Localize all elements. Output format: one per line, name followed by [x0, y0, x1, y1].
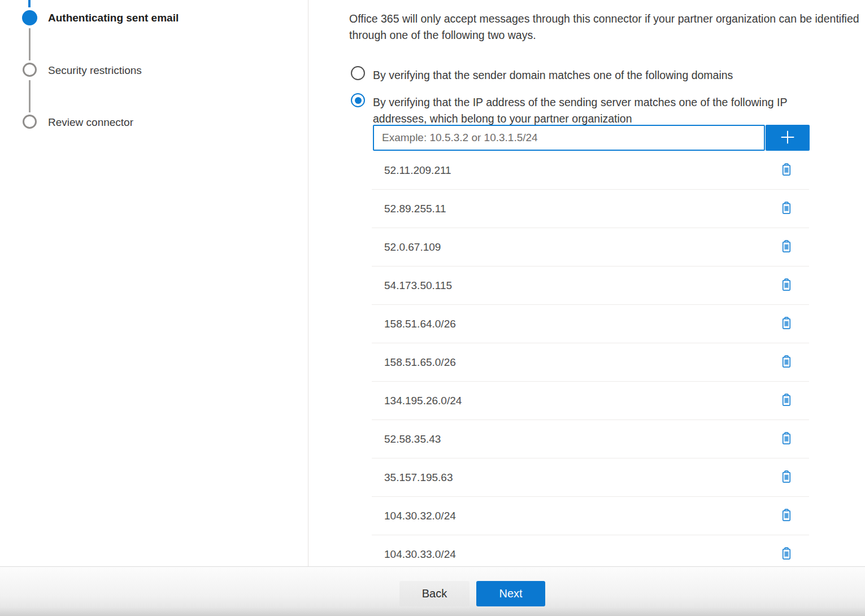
ip-address-text: 52.89.255.11 — [384, 203, 446, 215]
delete-ip-button[interactable] — [777, 237, 796, 257]
ip-address-text: 158.51.65.0/26 — [384, 356, 456, 369]
radio-option-ip-address-label[interactable]: By verifying that the IP address of the … — [373, 93, 839, 126]
step-label-review-connector: Review connector — [48, 116, 133, 129]
ip-address-text: 104.30.32.0/24 — [384, 510, 456, 522]
ip-address-text: 35.157.195.63 — [384, 471, 453, 484]
delete-ip-button[interactable] — [777, 199, 796, 219]
delete-ip-button[interactable] — [777, 429, 796, 449]
trash-icon — [780, 393, 793, 408]
radio-selected-icon[interactable] — [351, 93, 365, 107]
ip-address-text: 104.30.33.0/24 — [384, 548, 456, 561]
trash-icon — [780, 163, 793, 178]
ip-address-row: 52.11.209.211 — [372, 151, 809, 190]
intro-text: Office 365 will only accept messages thr… — [349, 11, 862, 43]
delete-ip-button[interactable] — [777, 276, 796, 296]
delete-ip-button[interactable] — [777, 314, 796, 334]
delete-ip-button[interactable] — [777, 468, 796, 488]
next-button[interactable]: Next — [476, 581, 545, 606]
ip-address-row: 158.51.64.0/26 — [372, 305, 809, 343]
trash-icon — [780, 239, 793, 255]
ip-address-text: 52.0.67.109 — [384, 241, 441, 254]
ip-address-row: 104.30.33.0/24 — [372, 535, 809, 567]
delete-ip-button[interactable] — [777, 160, 796, 181]
radio-option-sender-domain[interactable]: By verifying that the sender domain matc… — [349, 66, 733, 84]
trash-icon — [780, 355, 793, 370]
trash-icon — [780, 508, 793, 523]
ip-address-row: 52.58.35.43 — [372, 420, 809, 458]
ip-address-row: 52.89.255.11 — [372, 190, 809, 228]
trash-icon — [780, 316, 793, 331]
ip-address-row: 54.173.50.115 — [372, 267, 809, 305]
radio-dot — [355, 97, 362, 104]
trash-icon — [780, 547, 793, 562]
ip-address-row: 134.195.26.0/24 — [372, 382, 809, 420]
step-label-authenticating-sent-email: Authenticating sent email — [48, 12, 179, 24]
ip-address-text: 158.51.64.0/26 — [384, 318, 456, 330]
trash-icon — [780, 431, 793, 447]
back-button[interactable]: Back — [399, 581, 470, 606]
ip-address-row: 52.0.67.109 — [372, 228, 809, 267]
ip-address-text: 52.58.35.43 — [384, 433, 441, 445]
radio-option-ip-address[interactable]: By verifying that the IP address of the … — [349, 93, 839, 126]
radio-option-sender-domain-label[interactable]: By verifying that the sender domain matc… — [373, 66, 733, 84]
step-indicator-authenticating-sent-email — [22, 10, 37, 25]
add-ip-button[interactable] — [766, 125, 810, 151]
step-indicator-review-connector — [23, 115, 37, 129]
delete-ip-button[interactable] — [777, 544, 796, 565]
step-connector-line-top — [28, 0, 31, 7]
step-connector-line — [29, 80, 31, 112]
step-indicator-security-restrictions — [23, 63, 37, 77]
trash-icon — [780, 470, 793, 485]
ip-address-text: 52.11.209.211 — [384, 164, 451, 177]
radio-unselected-icon[interactable] — [351, 66, 365, 80]
ip-address-text: 54.173.50.115 — [384, 279, 452, 292]
authenticating-sent-email-step-content: Office 365 will only accept messages thr… — [349, 0, 865, 567]
ip-address-row: 104.30.32.0/24 — [372, 497, 809, 535]
delete-ip-button[interactable] — [777, 506, 796, 526]
delete-ip-button[interactable] — [777, 352, 796, 373]
trash-icon — [780, 201, 793, 216]
wizard-steps-panel: Authenticating sent email Security restr… — [0, 0, 308, 567]
ip-address-row: 35.157.195.63 — [372, 458, 809, 497]
delete-ip-button[interactable] — [777, 391, 796, 411]
ip-address-list: 52.11.209.211 52.89.255.11 — [372, 151, 809, 567]
plus-icon — [778, 128, 797, 148]
ip-address-input[interactable] — [373, 125, 765, 151]
step-label-security-restrictions: Security restrictions — [48, 64, 142, 77]
wizard-footer: Back Next — [0, 566, 865, 616]
ip-address-row: 158.51.65.0/26 — [372, 343, 809, 382]
step-connector-line — [29, 28, 31, 60]
ip-address-text: 134.195.26.0/24 — [384, 395, 462, 407]
trash-icon — [780, 278, 793, 293]
